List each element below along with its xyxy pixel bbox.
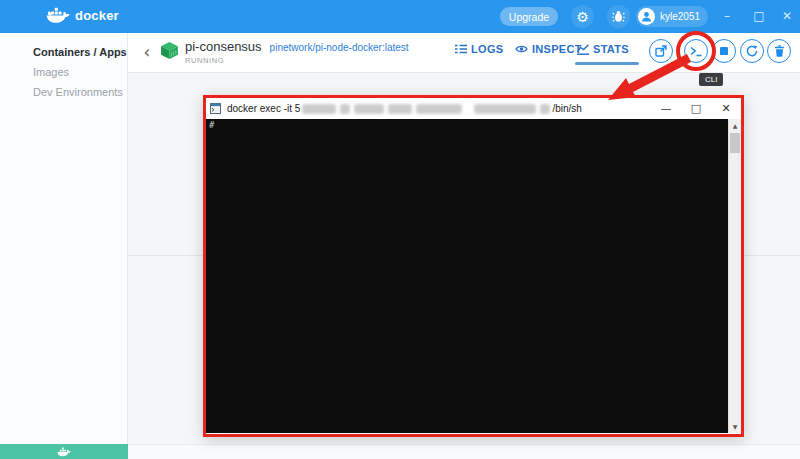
terminal-close-button[interactable]: ✕ bbox=[711, 98, 741, 119]
restart-icon bbox=[746, 45, 758, 57]
terminal-scrollbar[interactable]: ▲ ▼ bbox=[728, 119, 741, 433]
scroll-down-arrow[interactable]: ▼ bbox=[729, 420, 741, 433]
sidebar: Containers / Apps Images Dev Environment… bbox=[0, 33, 128, 444]
cli-terminal-window: docker exec -it 5 /bin/sh — □ ✕ # ▲ bbox=[203, 95, 744, 437]
terminal-title-suffix: /bin/sh bbox=[552, 103, 581, 114]
username-label: kyle2051 bbox=[660, 11, 700, 22]
bug-icon bbox=[612, 10, 625, 23]
redacted-text bbox=[474, 104, 536, 114]
window-close-button[interactable]: ✕ bbox=[776, 6, 798, 26]
docker-logo: docker bbox=[46, 7, 119, 24]
footer-bar bbox=[128, 444, 800, 459]
delete-button[interactable] bbox=[767, 39, 791, 63]
cli-tooltip: CLI bbox=[699, 73, 723, 86]
terminal-title-prefix: docker exec -it 5 bbox=[227, 103, 300, 114]
back-button[interactable]: ‹ bbox=[140, 43, 154, 61]
avatar bbox=[638, 8, 655, 25]
docker-logo-text: docker bbox=[75, 8, 119, 23]
terminal-title: docker exec -it 5 /bin/sh bbox=[227, 103, 582, 114]
redacted-text bbox=[416, 104, 462, 114]
terminal-output[interactable]: # ▲ ▼ bbox=[206, 119, 741, 433]
person-icon bbox=[641, 11, 652, 22]
restart-button[interactable] bbox=[740, 39, 764, 63]
docker-whale-icon bbox=[46, 7, 70, 24]
sidebar-item-dev-environments[interactable]: Dev Environments bbox=[0, 82, 127, 102]
scroll-up-arrow[interactable]: ▲ bbox=[729, 119, 741, 132]
footer-whale-icon bbox=[57, 447, 71, 457]
annotation-arrow bbox=[596, 52, 696, 104]
report-bug-button[interactable] bbox=[607, 5, 630, 28]
container-icon bbox=[160, 42, 179, 59]
tab-inspect[interactable]: INSPECT bbox=[515, 43, 582, 55]
engine-status-bar bbox=[0, 444, 128, 459]
gear-icon: ⚙ bbox=[576, 10, 589, 24]
stats-chart-icon bbox=[577, 44, 589, 55]
container-name: pi-consensus bbox=[185, 39, 262, 54]
upgrade-button[interactable]: Upgrade bbox=[500, 7, 558, 26]
redacted-text bbox=[540, 104, 550, 114]
inspect-eye-icon bbox=[515, 44, 528, 54]
scrollbar-thumb[interactable] bbox=[730, 133, 740, 153]
window-maximize-button[interactable]: □ bbox=[748, 6, 770, 26]
window-minimize-button[interactable]: – bbox=[716, 6, 738, 26]
container-status: RUNNING bbox=[185, 56, 224, 65]
trash-icon bbox=[774, 45, 785, 57]
stop-icon bbox=[719, 46, 729, 56]
app-titlebar: docker Upgrade ⚙ bbox=[0, 0, 800, 33]
redacted-text bbox=[340, 104, 350, 114]
logs-icon bbox=[455, 44, 467, 54]
tab-logs-label: LOGS bbox=[471, 43, 503, 55]
redacted-text bbox=[354, 104, 384, 114]
command-prompt-icon bbox=[210, 103, 221, 114]
redacted-text bbox=[302, 104, 336, 114]
redacted-text bbox=[388, 104, 412, 114]
sidebar-item-containers-apps[interactable]: Containers / Apps bbox=[0, 42, 127, 62]
user-account-button[interactable]: kyle2051 bbox=[636, 6, 708, 27]
container-image-link[interactable]: pinetwork/pi-node-docker:latest bbox=[270, 42, 409, 53]
tab-inspect-label: INSPECT bbox=[532, 43, 582, 55]
shell-prompt: # bbox=[209, 120, 214, 130]
settings-button[interactable]: ⚙ bbox=[571, 5, 594, 28]
docker-desktop-window: docker Upgrade ⚙ bbox=[0, 0, 800, 459]
tab-logs[interactable]: LOGS bbox=[455, 43, 503, 55]
sidebar-item-images[interactable]: Images bbox=[0, 62, 127, 82]
